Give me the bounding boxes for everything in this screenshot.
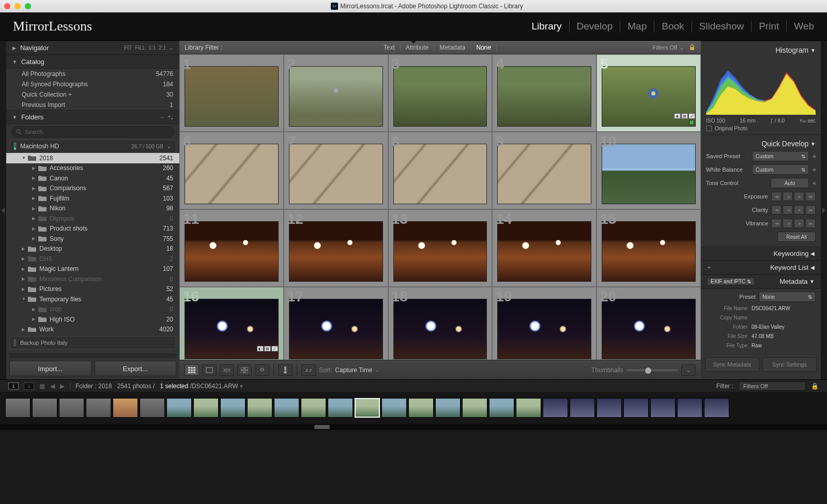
expand-icon[interactable]: ▶	[22, 267, 28, 271]
volume-browser[interactable]: Macintosh HD 26.7 / 500 GB ⌄	[9, 140, 176, 153]
thumbnail-cell[interactable]: 12	[284, 209, 388, 287]
sync-settings-button[interactable]: Sync Settings	[762, 357, 817, 372]
module-library[interactable]: Library	[525, 21, 570, 32]
keywording-header[interactable]: Keywording ◀	[701, 247, 821, 261]
module-print[interactable]: Print	[752, 21, 787, 32]
go-back-icon[interactable]: ◀	[50, 383, 55, 390]
window-zoom-icon[interactable]	[25, 3, 31, 9]
window-minimize-icon[interactable]	[14, 3, 21, 9]
filmstrip-thumb[interactable]	[220, 398, 246, 418]
expand-icon[interactable]: ▶	[22, 287, 28, 292]
filmstrip-thumb[interactable]	[193, 398, 219, 418]
filmstrip-thumb[interactable]	[677, 398, 702, 418]
catalog-item[interactable]: All Photographs54776	[6, 69, 179, 79]
folder-row[interactable]: ▼Temporary files45	[6, 294, 179, 304]
filter-lock-icon[interactable]	[688, 44, 696, 51]
painter-icon[interactable]	[278, 364, 293, 376]
folders-header[interactable]: ▼ Folders − +▾	[6, 110, 179, 124]
white-balance-select[interactable]: Custom⇅	[752, 164, 809, 175]
thumbnail-cell[interactable]: 5◐▤⤢	[596, 54, 701, 132]
thumbnail-cell[interactable]: 17	[284, 287, 388, 360]
folder-row[interactable]: ▶Comparisons567	[6, 184, 179, 194]
filter-text[interactable]: Text	[378, 44, 401, 51]
backup-volume[interactable]: Backup Photo Italy	[9, 336, 176, 349]
reset-all-button[interactable]: Reset All	[777, 232, 816, 242]
catalog-item[interactable]: Previous Import1	[6, 100, 179, 110]
import-button[interactable]: Import...	[9, 361, 91, 376]
module-book[interactable]: Book	[654, 21, 692, 32]
thumbnail-cell[interactable]: 15	[596, 209, 701, 287]
nav-fit[interactable]: FIT	[124, 45, 132, 51]
keywordlist-header[interactable]: +Keyword List ◀	[701, 261, 821, 274]
sort-by[interactable]: Capture Time	[335, 366, 372, 374]
filmstrip-filter-select[interactable]: Filters Off	[739, 381, 806, 391]
compare-view-icon[interactable]: X|Y	[220, 364, 234, 376]
filmstrip-thumb[interactable]	[247, 398, 272, 418]
expand-icon[interactable]: ▶	[22, 327, 28, 332]
thumbnail-cell[interactable]: 3	[388, 54, 493, 132]
metadata-mode-select[interactable]: EXIF and IPTC ⇅	[707, 278, 755, 285]
thumbnail-cell[interactable]: 9	[492, 132, 596, 209]
expand-icon[interactable]: ▶	[32, 166, 38, 171]
source-path[interactable]: Folder : 2018	[75, 383, 112, 390]
filmstrip-thumb[interactable]	[596, 398, 622, 418]
folder-row[interactable]: ▶Pictures52	[6, 284, 179, 295]
thumbnail-cell[interactable]: 8	[388, 132, 493, 209]
module-map[interactable]: Map	[620, 21, 654, 32]
panel-scrollbar[interactable]	[9, 354, 176, 358]
folder-row[interactable]: ▶Magic Lantern107	[6, 264, 179, 274]
add-keyword-icon[interactable]: +	[707, 264, 711, 271]
nav-fill[interactable]: FILL	[135, 45, 145, 51]
expand-icon[interactable]: ▶	[32, 307, 38, 312]
metadata-row[interactable]: File NameDSC06421.ARW	[706, 303, 816, 313]
volume-dropdown-icon[interactable]: ⌄	[166, 143, 172, 150]
filter-attribute[interactable]: Attribute	[401, 44, 435, 51]
folder-row[interactable]: ▶Mirrorless Comparison0	[6, 274, 179, 284]
identity-plate[interactable]: MirrorLessons	[13, 19, 92, 34]
histogram-display[interactable]	[706, 58, 816, 115]
catalog-item[interactable]: All Synced Photographs184	[6, 79, 179, 89]
expand-icon[interactable]: ▶	[32, 186, 38, 191]
filmstrip-thumb[interactable]	[355, 398, 380, 418]
thumbnail-grid[interactable]: 12345◐▤⤢678910111213141516◐▤⤢17181920	[179, 54, 701, 360]
expand-icon[interactable]: ▼	[22, 297, 28, 301]
remove-folder-icon[interactable]: −	[160, 114, 163, 120]
filmstrip-thumb[interactable]	[543, 398, 568, 418]
thumbnail-cell[interactable]: 2	[284, 54, 388, 132]
expand-icon[interactable]: ▶	[32, 317, 38, 322]
thumbnail-cell[interactable]: 6	[179, 132, 284, 209]
expand-icon[interactable]: ▶	[32, 176, 38, 180]
folder-row[interactable]: ▶Desktop18	[6, 244, 179, 254]
module-slideshow[interactable]: Slideshow	[692, 21, 752, 32]
nav-1to1[interactable]: 1:1	[148, 45, 156, 51]
window-close-icon[interactable]	[4, 3, 10, 9]
catalog-item[interactable]: Quick Collection +30	[6, 89, 179, 100]
module-web[interactable]: Web	[787, 21, 814, 32]
thumbnail-cell[interactable]: 11	[179, 209, 284, 287]
filmstrip-thumb[interactable]	[650, 398, 676, 418]
exposure-stepper[interactable]: ◂◂◂▸▸▸	[771, 192, 816, 201]
filmstrip-thumb[interactable]	[408, 398, 434, 418]
folder-row[interactable]: ▶GH52	[6, 254, 179, 264]
sort-dropdown-icon[interactable]: ⌄	[375, 368, 379, 373]
filmstrip-thumb[interactable]	[623, 398, 649, 418]
module-develop[interactable]: Develop	[570, 21, 621, 32]
nav-2to1[interactable]: 2:1	[159, 45, 166, 51]
expand-icon[interactable]: ▶	[32, 236, 38, 241]
expand-icon[interactable]: ▶	[32, 216, 38, 221]
nav-zoom-dropdown-icon[interactable]: ⌄	[169, 45, 173, 51]
collapse-icon[interactable]: ▼	[810, 141, 816, 147]
sync-metadata-button[interactable]: Sync Metadata	[705, 357, 759, 372]
thumbnail-cell[interactable]: 7	[284, 132, 388, 209]
filter-none[interactable]: None	[471, 44, 497, 51]
add-folder-icon[interactable]: +▾	[168, 113, 173, 121]
expand-icon[interactable]: ▶	[22, 256, 28, 261]
clarity-stepper[interactable]: ◂◂◂▸▸▸	[771, 205, 816, 215]
filmstrip-thumb[interactable]	[570, 398, 595, 418]
disclosure-icon[interactable]: ◀	[812, 180, 816, 186]
disclosure-icon[interactable]: ◀	[812, 154, 816, 159]
loupe-view-icon[interactable]	[202, 364, 217, 376]
folder-row[interactable]: ▶Work4020	[6, 325, 179, 332]
filmstrip-thumb[interactable]	[166, 398, 192, 418]
filmstrip-thumb[interactable]	[516, 398, 541, 418]
